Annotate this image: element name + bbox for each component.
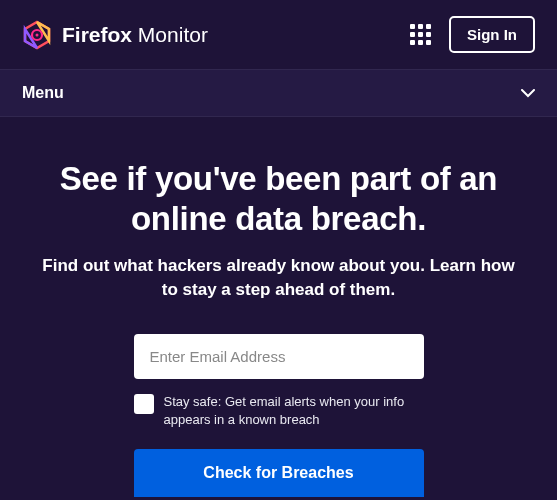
alerts-checkbox[interactable]: [134, 394, 154, 414]
svg-point-4: [36, 33, 39, 36]
menu-label: Menu: [22, 84, 64, 102]
menu-bar[interactable]: Menu: [0, 69, 557, 117]
header-actions: Sign In: [410, 16, 535, 53]
email-input[interactable]: [134, 334, 424, 379]
firefox-monitor-logo-icon: [22, 20, 52, 50]
apps-grid-icon[interactable]: [410, 24, 431, 45]
chevron-down-icon: [521, 85, 535, 101]
alerts-checkbox-row: Stay safe: Get email alerts when your in…: [134, 393, 424, 429]
brand[interactable]: Firefox Monitor: [22, 20, 208, 50]
header: Firefox Monitor Sign In: [0, 0, 557, 69]
hero-title: See if you've been part of an online dat…: [24, 159, 533, 238]
alerts-checkbox-label: Stay safe: Get email alerts when your in…: [164, 393, 424, 429]
breach-check-form: Stay safe: Get email alerts when your in…: [134, 334, 424, 497]
hero-subtitle: Find out what hackers already know about…: [24, 254, 533, 302]
signin-button[interactable]: Sign In: [449, 16, 535, 53]
check-breaches-button[interactable]: Check for Breaches: [134, 449, 424, 497]
hero: See if you've been part of an online dat…: [0, 117, 557, 497]
brand-text: Firefox Monitor: [62, 23, 208, 47]
